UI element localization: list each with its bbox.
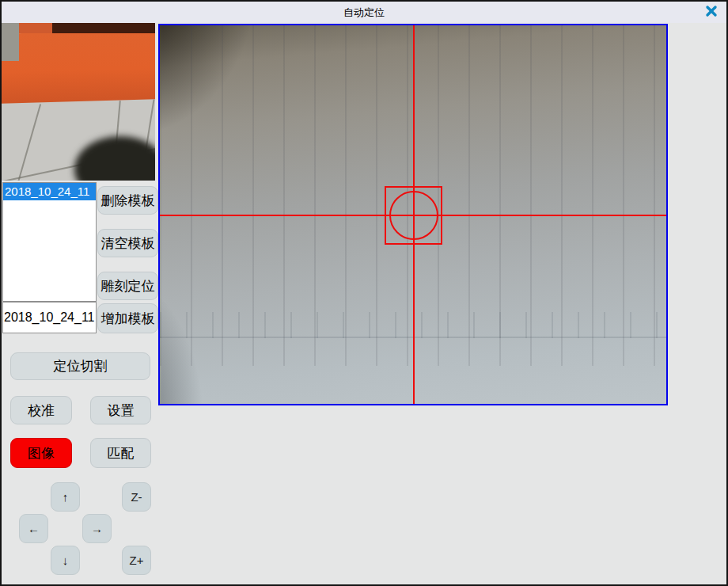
- crosshair-horizontal-line: [160, 215, 666, 216]
- z-minus-button[interactable]: Z-: [122, 482, 151, 512]
- auto-locate-dialog: 自动定位 2018_10_24_11 删除模板 清空模板 雕刻定位 增加模板 定…: [0, 0, 728, 586]
- image-button[interactable]: 图像: [10, 438, 72, 468]
- camera-shadow-topleft: [160, 25, 666, 404]
- jog-down-button[interactable]: ↓: [51, 546, 80, 575]
- template-list-item[interactable]: 2018_10_24_11: [3, 183, 96, 200]
- thumb-orange-beam: [2, 29, 155, 104]
- jog-right-button[interactable]: →: [82, 514, 112, 543]
- engrave-locate-button[interactable]: 雕刻定位: [97, 272, 158, 300]
- camera-ceiling-stripes: [160, 25, 666, 366]
- roi-square-marker: [385, 186, 442, 245]
- thumb-dark-object: [74, 136, 155, 181]
- delete-template-button[interactable]: 删除模板: [97, 186, 158, 215]
- settings-button[interactable]: 设置: [90, 396, 151, 424]
- locate-cut-button[interactable]: 定位切割: [10, 352, 150, 380]
- template-name-input[interactable]: [2, 302, 97, 333]
- roi-circle-marker: [389, 191, 438, 240]
- camera-tile-row: [160, 312, 666, 338]
- template-preview-image: [2, 23, 155, 181]
- match-button[interactable]: 匹配: [90, 438, 151, 468]
- title-bar: 自动定位: [2, 2, 726, 23]
- thumb-gray-patch: [2, 23, 19, 61]
- jog-up-button[interactable]: ↑: [51, 482, 80, 512]
- thumb-orange-patch: [19, 23, 52, 33]
- thumb-tile-line: [11, 104, 41, 181]
- z-plus-button[interactable]: Z+: [122, 546, 151, 575]
- dialog-title: 自动定位: [343, 6, 385, 20]
- close-x-icon: [705, 5, 718, 20]
- thumb-dark-strip: [49, 23, 155, 33]
- clear-templates-button[interactable]: 清空模板: [97, 229, 158, 257]
- template-list[interactable]: 2018_10_24_11: [2, 182, 97, 302]
- calibrate-button[interactable]: 校准: [10, 396, 72, 424]
- crosshair-vertical-line: [413, 25, 415, 404]
- camera-shadow-bottomleft: [160, 25, 666, 404]
- add-template-button[interactable]: 增加模板: [97, 303, 158, 333]
- close-button[interactable]: [703, 5, 720, 20]
- camera-view[interactable]: [158, 24, 668, 405]
- jog-left-button[interactable]: ←: [19, 514, 48, 543]
